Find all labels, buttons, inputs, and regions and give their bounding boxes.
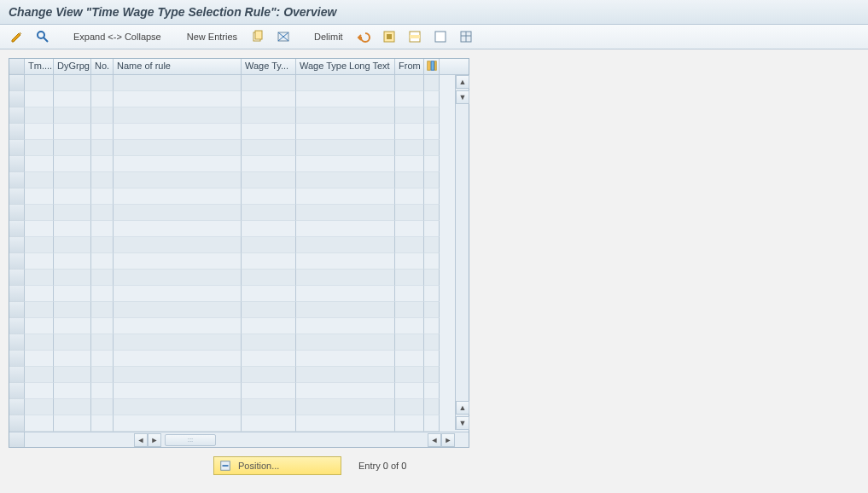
cell-wagetype[interactable] xyxy=(242,399,296,415)
cell-from[interactable] xyxy=(395,286,424,302)
table-row[interactable] xyxy=(9,334,469,351)
cell-from[interactable] xyxy=(395,91,424,107)
cell-no[interactable] xyxy=(91,172,114,188)
cell-wagetype[interactable] xyxy=(242,302,296,318)
cell-tm[interactable] xyxy=(25,237,54,253)
row-select-handle[interactable] xyxy=(9,351,25,367)
cell-no[interactable] xyxy=(91,383,114,399)
cell-no[interactable] xyxy=(91,140,114,156)
cell-dygrpg[interactable] xyxy=(54,286,91,302)
toggle-display-change-button[interactable] xyxy=(7,28,27,45)
cell-wagetype[interactable] xyxy=(242,270,296,286)
select-all-button[interactable] xyxy=(379,28,399,45)
cell-wagetype[interactable] xyxy=(242,253,296,270)
cell-tm[interactable] xyxy=(25,399,54,415)
cell-from[interactable] xyxy=(395,302,424,318)
row-select-handle[interactable] xyxy=(9,124,25,140)
cell-name[interactable] xyxy=(114,367,242,383)
table-row[interactable] xyxy=(9,351,469,367)
cell-name[interactable] xyxy=(114,286,242,302)
cell-dygrpg[interactable] xyxy=(54,140,91,156)
delimit-button[interactable]: Delimit xyxy=(309,30,348,44)
row-select-handle[interactable] xyxy=(9,334,25,351)
cell-name[interactable] xyxy=(114,221,242,237)
cell-wagetype[interactable] xyxy=(242,286,296,302)
cell-wagetype[interactable] xyxy=(242,237,296,253)
cell-wagetype[interactable] xyxy=(242,415,296,432)
cell-tm[interactable] xyxy=(25,302,54,318)
scroll-right-step-button[interactable]: ◄ xyxy=(428,433,441,447)
cell-dygrpg[interactable] xyxy=(54,318,91,334)
cell-no[interactable] xyxy=(91,302,114,318)
cell-wagetype[interactable] xyxy=(242,188,296,205)
cell-dygrpg[interactable] xyxy=(54,399,91,415)
cell-from[interactable] xyxy=(395,399,424,415)
cell-name[interactable] xyxy=(114,351,242,367)
cell-dygrpg[interactable] xyxy=(54,172,91,188)
cell-wagetype-long[interactable] xyxy=(296,205,395,221)
table-row[interactable] xyxy=(9,318,469,334)
table-row[interactable] xyxy=(9,221,469,237)
scroll-right-button[interactable]: ► xyxy=(441,433,455,447)
cell-wagetype[interactable] xyxy=(242,205,296,221)
cell-name[interactable] xyxy=(114,124,242,140)
cell-dygrpg[interactable] xyxy=(54,237,91,253)
find-button[interactable] xyxy=(32,28,53,45)
cell-wagetype-long[interactable] xyxy=(296,75,395,91)
scroll-left-step-button[interactable]: ► xyxy=(148,433,161,447)
cell-tm[interactable] xyxy=(25,270,54,286)
cell-dygrpg[interactable] xyxy=(54,270,91,286)
cell-wagetype[interactable] xyxy=(242,221,296,237)
cell-no[interactable] xyxy=(91,270,114,286)
cell-dygrpg[interactable] xyxy=(54,383,91,399)
table-row[interactable] xyxy=(9,107,469,124)
row-select-handle[interactable] xyxy=(9,75,25,91)
column-header-wagetype-long[interactable]: Wage Type Long Text xyxy=(296,59,395,74)
cell-dygrpg[interactable] xyxy=(54,91,91,107)
cell-dygrpg[interactable] xyxy=(54,221,91,237)
cell-dygrpg[interactable] xyxy=(54,334,91,351)
row-select-handle[interactable] xyxy=(9,253,25,270)
scroll-up-button[interactable]: ▲ xyxy=(456,75,469,89)
cell-dygrpg[interactable] xyxy=(54,107,91,124)
row-select-handle[interactable] xyxy=(9,172,25,188)
scroll-down-button[interactable]: ▼ xyxy=(456,416,469,430)
cell-name[interactable] xyxy=(114,91,242,107)
delete-button[interactable] xyxy=(273,28,294,45)
column-header-from[interactable]: From xyxy=(395,59,424,74)
cell-tm[interactable] xyxy=(25,367,54,383)
row-select-handle[interactable] xyxy=(9,415,25,432)
cell-no[interactable] xyxy=(91,334,114,351)
cell-dygrpg[interactable] xyxy=(54,253,91,270)
cell-no[interactable] xyxy=(91,205,114,221)
cell-tm[interactable] xyxy=(25,188,54,205)
cell-no[interactable] xyxy=(91,107,114,124)
table-row[interactable] xyxy=(9,205,469,221)
cell-wagetype[interactable] xyxy=(242,91,296,107)
cell-from[interactable] xyxy=(395,124,424,140)
cell-wagetype-long[interactable] xyxy=(296,399,395,415)
row-select-handle[interactable] xyxy=(9,286,25,302)
cell-no[interactable] xyxy=(91,188,114,205)
table-row[interactable] xyxy=(9,75,469,91)
table-row[interactable] xyxy=(9,253,469,270)
scroll-left-button[interactable]: ◄ xyxy=(134,433,148,447)
cell-name[interactable] xyxy=(114,107,242,124)
cell-from[interactable] xyxy=(395,270,424,286)
cell-dygrpg[interactable] xyxy=(54,351,91,367)
cell-from[interactable] xyxy=(395,156,424,172)
cell-wagetype-long[interactable] xyxy=(296,302,395,318)
cell-from[interactable] xyxy=(395,188,424,205)
cell-no[interactable] xyxy=(91,156,114,172)
cell-tm[interactable] xyxy=(25,383,54,399)
table-row[interactable] xyxy=(9,286,469,302)
row-select-handle[interactable] xyxy=(9,399,25,415)
cell-name[interactable] xyxy=(114,156,242,172)
cell-no[interactable] xyxy=(91,91,114,107)
cell-from[interactable] xyxy=(395,140,424,156)
cell-from[interactable] xyxy=(395,205,424,221)
select-all-rows-handle[interactable] xyxy=(9,59,25,74)
cell-name[interactable] xyxy=(114,237,242,253)
configure-columns-button[interactable] xyxy=(424,59,440,74)
cell-tm[interactable] xyxy=(25,124,54,140)
